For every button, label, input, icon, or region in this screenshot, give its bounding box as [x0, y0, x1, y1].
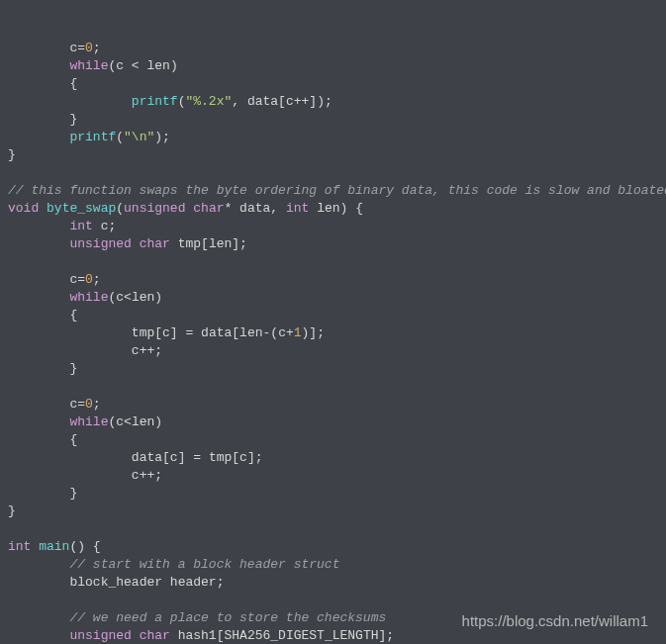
- code-line[interactable]: c++;: [8, 467, 666, 485]
- code-token-keyword: while: [69, 414, 108, 429]
- code-token-punct: (: [116, 201, 124, 216]
- code-line[interactable]: {: [8, 307, 666, 324]
- code-line[interactable]: }: [8, 485, 666, 503]
- code-token-default: [39, 201, 47, 216]
- code-line[interactable]: }: [8, 146, 666, 164]
- code-token-punct: }: [8, 504, 16, 518]
- code-token-punct: ;: [93, 397, 101, 412]
- code-token-keyword: while: [69, 58, 108, 73]
- code-token-ident: len: [132, 414, 154, 429]
- code-line[interactable]: c=0;: [8, 396, 666, 414]
- code-token-ident: c: [162, 325, 170, 340]
- code-line[interactable]: tmp[c] = data[len-(c+1)];: [8, 324, 666, 342]
- code-line[interactable]: printf("\n");: [8, 129, 666, 146]
- code-token-punct: ) {: [340, 201, 363, 216]
- code-line[interactable]: while(c<len): [8, 289, 666, 307]
- code-token-punct: <: [124, 414, 132, 429]
- code-token-ident: data: [201, 325, 232, 340]
- code-token-ident: c: [132, 343, 140, 358]
- code-token-punct: ): [154, 414, 162, 429]
- code-token-punct: ;: [93, 41, 101, 55]
- code-token-punct: ++;: [140, 343, 162, 358]
- code-token-punct: [: [154, 325, 162, 340]
- code-token-punct: ] =: [170, 325, 201, 340]
- code-token-punct: [: [162, 450, 170, 465]
- code-token-ident: len: [317, 201, 339, 216]
- code-token-punct: ];: [232, 236, 247, 251]
- code-line[interactable]: c++;: [8, 342, 666, 360]
- code-line[interactable]: {: [8, 75, 666, 93]
- code-token-punct: <: [124, 290, 132, 305]
- code-token-keyword: int: [69, 219, 92, 233]
- code-token-punct: =: [77, 272, 85, 287]
- code-token-ident: len: [132, 290, 154, 305]
- code-token-ident: tmp: [132, 325, 154, 340]
- code-line[interactable]: [8, 592, 666, 609]
- code-token-punct: *: [224, 201, 239, 216]
- code-token-punct: () {: [69, 539, 100, 554]
- code-token-comment: // start with a block header struct: [69, 557, 339, 572]
- code-line[interactable]: c=0;: [8, 271, 666, 289]
- code-token-punct: {: [69, 432, 77, 447]
- code-token-punct: }: [69, 112, 77, 127]
- code-line[interactable]: block_header header;: [8, 574, 666, 592]
- code-token-ident: c: [239, 450, 247, 465]
- code-token-default: [170, 628, 178, 643]
- code-token-punct: ] =: [178, 450, 209, 465]
- code-token-punct: ++]: [294, 94, 317, 109]
- code-token-punct: ,: [270, 201, 286, 216]
- code-line[interactable]: unsigned char tmp[len];: [8, 235, 666, 253]
- code-token-punct: )];: [302, 325, 325, 340]
- code-line[interactable]: int c;: [8, 218, 666, 235]
- code-line[interactable]: // start with a block header struct: [8, 556, 666, 574]
- code-line[interactable]: [8, 520, 666, 538]
- code-line[interactable]: c=0;: [8, 40, 666, 57]
- code-token-ident: data: [132, 450, 162, 465]
- code-token-string: "\n": [124, 130, 154, 144]
- code-token-punct: -(: [263, 325, 279, 340]
- code-line[interactable]: printf("%.2x", data[c++]);: [8, 93, 666, 111]
- code-token-keyword: int: [8, 539, 31, 554]
- code-line[interactable]: }: [8, 503, 666, 520]
- code-token-punct: );: [317, 94, 333, 109]
- code-token-punct: (: [116, 130, 124, 144]
- code-token-keyword: unsigned char: [124, 201, 224, 216]
- code-token-ident: c: [286, 94, 294, 109]
- code-token-punct: =: [77, 397, 85, 412]
- code-line[interactable]: [8, 253, 666, 271]
- code-token-punct: ;: [108, 219, 116, 233]
- code-token-ident: c: [116, 58, 132, 73]
- code-token-default: [170, 236, 178, 251]
- code-line[interactable]: int main() {: [8, 538, 666, 556]
- code-line[interactable]: }: [8, 111, 666, 129]
- code-token-punct: ++;: [140, 468, 162, 483]
- code-line[interactable]: {: [8, 431, 666, 449]
- code-token-ident: c: [132, 468, 140, 483]
- code-line[interactable]: }: [8, 360, 666, 378]
- code-line[interactable]: // this function swaps the byte ordering…: [8, 182, 666, 200]
- code-token-keyword: int: [286, 201, 309, 216]
- code-token-ident: c: [116, 290, 124, 305]
- code-token-keyword: unsigned char: [69, 236, 169, 251]
- code-token-punct: ;: [217, 575, 225, 590]
- code-token-punct: [: [278, 94, 286, 109]
- code-token-ident: data: [239, 201, 270, 216]
- watermark-text: https://blog.csdn.net/willam1: [462, 612, 648, 630]
- code-token-ident: c: [170, 450, 178, 465]
- code-token-keyword: unsigned char: [69, 628, 169, 643]
- code-line[interactable]: void byte_swap(unsigned char* data, int …: [8, 200, 666, 218]
- code-line[interactable]: while(c < len): [8, 57, 666, 75]
- code-token-default: [93, 219, 101, 233]
- code-line[interactable]: while(c<len): [8, 414, 666, 431]
- code-token-num: 0: [85, 397, 93, 412]
- code-token-punct: }: [8, 147, 16, 162]
- code-token-keyword: while: [69, 290, 108, 305]
- code-token-punct: ];: [247, 450, 263, 465]
- code-token-func: main: [39, 539, 69, 554]
- code-line[interactable]: [8, 378, 666, 396]
- code-editor-viewport[interactable]: c=0; while(c < len) { printf("%.2x", dat…: [0, 0, 666, 644]
- code-line[interactable]: data[c] = tmp[c];: [8, 449, 666, 467]
- code-token-ident: hash1: [178, 628, 217, 643]
- code-token-ident: c: [116, 414, 124, 429]
- code-line[interactable]: [8, 164, 666, 182]
